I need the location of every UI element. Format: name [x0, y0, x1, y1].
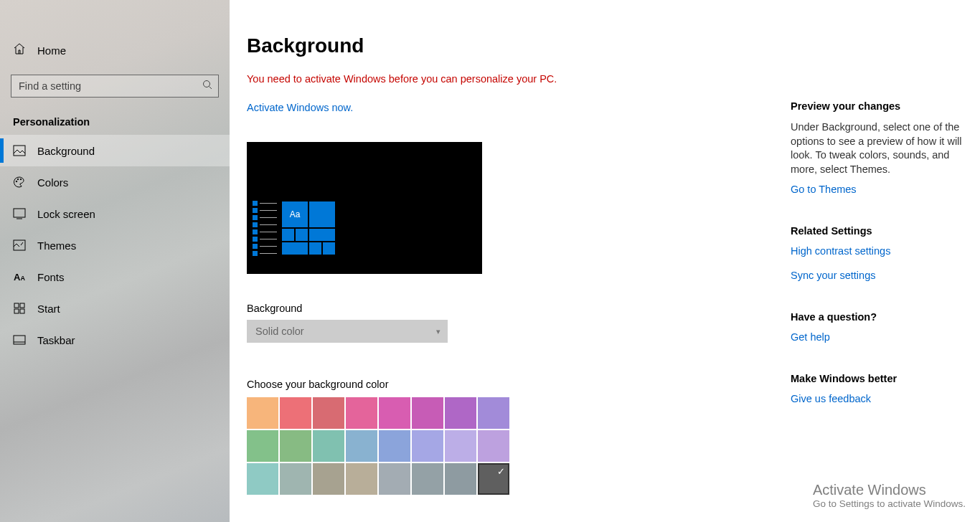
background-dropdown[interactable]: Solid color ▾ — [247, 320, 448, 343]
go-to-themes-link[interactable]: Go to Themes — [791, 184, 963, 195]
taskbar-icon — [13, 333, 26, 346]
get-help-link[interactable]: Get help — [791, 331, 963, 343]
feedback-link[interactable]: Give us feedback — [791, 393, 963, 404]
preview-tiles: Aa — [281, 201, 336, 262]
activation-watermark: Activate Windows Go to Settings to activ… — [813, 482, 966, 509]
color-swatch[interactable] — [445, 463, 476, 495]
svg-rect-17 — [20, 309, 24, 313]
color-swatch[interactable] — [346, 463, 377, 495]
color-swatch[interactable] — [313, 463, 344, 495]
color-swatch[interactable] — [280, 397, 311, 429]
svg-point-5 — [204, 81, 210, 87]
nav-label: Fonts — [37, 271, 65, 283]
nav-fonts[interactable]: AA Fonts — [0, 261, 230, 293]
nav-themes[interactable]: Themes — [0, 229, 230, 261]
question-heading: Have a question? — [791, 311, 963, 323]
color-swatch[interactable] — [412, 397, 443, 429]
svg-rect-14 — [14, 303, 19, 308]
color-swatch[interactable] — [280, 463, 311, 495]
color-swatch[interactable] — [313, 430, 344, 462]
color-swatch[interactable] — [346, 397, 377, 429]
lock-screen-icon — [13, 207, 26, 220]
nav-start[interactable]: Start — [0, 293, 230, 324]
svg-point-8 — [16, 181, 17, 182]
svg-point-9 — [17, 179, 19, 180]
svg-rect-16 — [14, 309, 19, 313]
color-swatch[interactable] — [379, 397, 410, 429]
home-nav[interactable]: Home — [0, 34, 230, 66]
watermark-title: Activate Windows — [813, 482, 966, 498]
nav-background[interactable]: Background — [0, 135, 230, 166]
search-input[interactable] — [19, 80, 202, 92]
color-swatch[interactable] — [445, 430, 476, 462]
fonts-icon: AA — [13, 270, 26, 283]
chevron-down-icon: ▾ — [436, 327, 440, 336]
nav-label: Taskbar — [37, 334, 75, 346]
color-swatch[interactable] — [379, 430, 410, 462]
better-heading: Make Windows better — [791, 373, 963, 384]
home-label: Home — [37, 44, 66, 57]
page-title: Background — [247, 34, 980, 57]
color-swatch[interactable] — [478, 397, 509, 429]
nav-label: Themes — [37, 239, 76, 252]
color-swatch[interactable] — [478, 430, 509, 462]
svg-rect-15 — [20, 303, 24, 308]
search-box[interactable] — [11, 75, 219, 98]
svg-rect-18 — [14, 336, 25, 344]
picture-icon — [13, 144, 26, 157]
preview-heading: Preview your changes — [791, 100, 963, 112]
activation-warning: You need to activate Windows before you … — [247, 73, 980, 85]
sync-settings-link[interactable]: Sync your settings — [791, 270, 963, 281]
color-swatch[interactable] — [346, 430, 377, 462]
color-swatch[interactable] — [379, 463, 410, 495]
color-swatch[interactable] — [247, 397, 278, 429]
preview-text: Under Background, select one of the opti… — [791, 120, 963, 176]
color-swatch[interactable] — [247, 430, 278, 462]
nav-taskbar[interactable]: Taskbar — [0, 324, 230, 356]
themes-icon — [13, 239, 26, 252]
nav-label: Background — [37, 145, 95, 157]
svg-rect-11 — [14, 209, 25, 217]
nav-label: Lock screen — [37, 208, 95, 220]
watermark-sub: Go to Settings to activate Windows. — [813, 498, 966, 509]
color-swatch[interactable] — [412, 463, 443, 495]
home-icon — [13, 42, 26, 58]
color-swatch[interactable] — [445, 397, 476, 429]
color-swatch[interactable] — [280, 430, 311, 462]
nav-colors[interactable]: Colors — [0, 166, 230, 198]
color-swatch[interactable] — [478, 463, 509, 495]
sidebar: Home Personalization Background Colors L… — [0, 0, 230, 522]
search-icon — [202, 80, 212, 92]
preview-tile-aa: Aa — [281, 201, 308, 228]
section-label: Personalization — [0, 98, 230, 135]
nav-lock-screen[interactable]: Lock screen — [0, 198, 230, 229]
svg-rect-7 — [14, 146, 25, 156]
high-contrast-link[interactable]: High contrast settings — [791, 245, 963, 257]
svg-line-6 — [209, 87, 212, 90]
dropdown-value: Solid color — [255, 326, 304, 337]
right-pane: Preview your changes Under Background, s… — [791, 100, 963, 435]
related-heading: Related Settings — [791, 225, 963, 237]
nav-label: Start — [37, 303, 60, 315]
start-icon — [13, 302, 26, 315]
svg-point-10 — [20, 179, 22, 180]
color-swatch-grid — [247, 397, 512, 495]
color-swatch[interactable] — [313, 397, 344, 429]
preview-start-list — [253, 201, 277, 268]
color-swatch[interactable] — [247, 463, 278, 495]
nav-label: Colors — [37, 176, 68, 189]
color-swatch[interactable] — [412, 430, 443, 462]
desktop-preview: Aa — [247, 142, 482, 274]
palette-icon — [13, 176, 26, 189]
